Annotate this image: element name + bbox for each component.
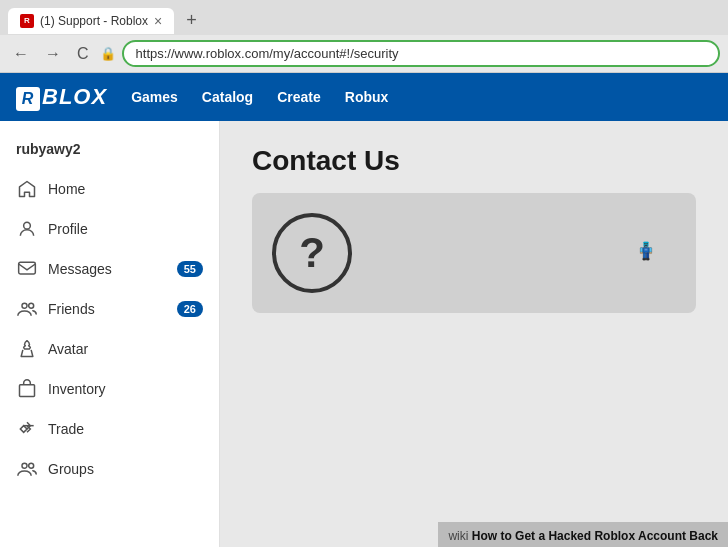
tab-favicon: R [20,14,34,28]
svg-rect-18 [640,252,642,253]
svg-rect-20 [643,253,646,259]
sidebar-label-avatar: Avatar [48,341,203,357]
content-area: Contact Us ? [220,121,728,547]
messages-badge: 55 [177,261,203,277]
svg-rect-19 [649,252,651,253]
svg-rect-23 [646,258,649,260]
svg-point-6 [29,463,34,468]
contact-card: ? [252,193,696,313]
sidebar-item-groups[interactable]: Groups [0,449,219,489]
svg-rect-1 [19,262,36,274]
svg-point-0 [24,222,31,229]
friends-icon [16,298,38,320]
header-nav: Games Catalog Create Robux [131,89,388,105]
forward-button[interactable]: → [40,43,66,65]
svg-point-3 [29,303,34,308]
profile-icon [16,218,38,240]
contact-us-section: Contact Us [220,121,728,193]
inventory-icon [16,378,38,400]
back-button[interactable]: ← [8,43,34,65]
sidebar-item-messages[interactable]: Messages 55 [0,249,219,289]
sidebar-label-profile: Profile [48,221,203,237]
sidebar-item-avatar[interactable]: Avatar [0,329,219,369]
tab-title: (1) Support - Roblox [40,14,148,28]
sidebar-item-profile[interactable]: Profile [0,209,219,249]
roblox-character [636,241,656,265]
watermark: wiki How to Get a Hacked Roblox Account … [438,522,728,547]
svg-rect-16 [640,248,642,253]
groups-icon [16,458,38,480]
watermark-bold: How to Get a Hacked Roblox Account Back [472,529,718,543]
nav-robux[interactable]: Robux [345,89,389,105]
site-container: RBLOX Games Catalog Create Robux rubyawy… [0,73,728,547]
sidebar-label-groups: Groups [48,461,203,477]
browser-chrome: R (1) Support - Roblox × + ← → C 🔒 [0,0,728,73]
sidebar: rubyawy2 Home Profile Messages [0,121,220,547]
main-layout: rubyawy2 Home Profile Messages [0,121,728,547]
svg-rect-15 [644,248,647,250]
svg-rect-4 [20,385,35,397]
sidebar-item-trade[interactable]: Trade [0,409,219,449]
watermark-text: wiki How to Get a Hacked Roblox Account … [448,529,718,543]
question-mark: ? [299,229,325,277]
nav-create[interactable]: Create [277,89,321,105]
messages-icon [16,258,38,280]
sidebar-label-messages: Messages [48,261,167,277]
sidebar-label-trade: Trade [48,421,203,437]
home-icon [16,178,38,200]
svg-rect-12 [645,245,648,246]
roblox-header: RBLOX Games Catalog Create Robux [0,73,728,121]
address-bar-row: ← → C 🔒 [0,35,728,72]
nav-catalog[interactable]: Catalog [202,89,253,105]
sidebar-item-friends[interactable]: Friends 26 [0,289,219,329]
tab-close-button[interactable]: × [154,13,162,29]
sidebar-label-inventory: Inventory [48,381,203,397]
sidebar-label-home: Home [48,181,203,197]
svg-point-5 [22,463,27,468]
browser-tab[interactable]: R (1) Support - Roblox × [8,8,174,34]
svg-rect-17 [649,248,651,253]
sidebar-label-friends: Friends [48,301,167,317]
avatar-icon [16,338,38,360]
sidebar-item-home[interactable]: Home [0,169,219,209]
watermark-prefix: wiki [448,529,468,543]
friends-badge: 26 [177,301,203,317]
question-circle: ? [272,213,352,293]
svg-rect-10 [645,243,646,244]
contact-us-title: Contact Us [252,145,696,177]
svg-rect-11 [647,243,648,244]
svg-rect-22 [643,258,646,260]
logo-block: R [16,87,40,111]
trade-icon [16,418,38,440]
new-tab-button[interactable]: + [178,6,205,35]
sidebar-item-inventory[interactable]: Inventory [0,369,219,409]
roblox-logo: RBLOX [16,84,107,111]
nav-games[interactable]: Games [131,89,178,105]
reload-button[interactable]: C [72,43,94,65]
svg-rect-21 [646,253,649,259]
sidebar-username: rubyawy2 [0,133,219,169]
address-input[interactable] [122,40,720,67]
svg-point-2 [22,303,27,308]
tab-bar: R (1) Support - Roblox × + [0,0,728,35]
secure-icon: 🔒 [100,46,116,61]
